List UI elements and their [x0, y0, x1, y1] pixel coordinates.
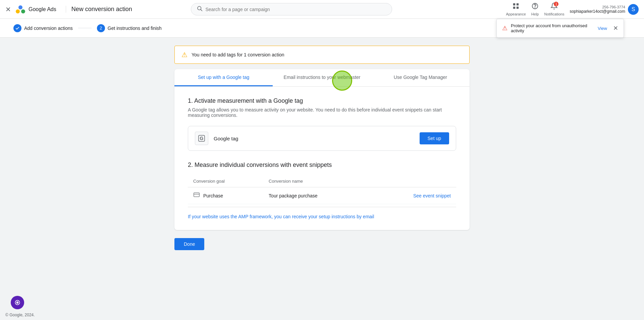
tab-tag-manager[interactable]: Use Google Tag Manager — [371, 69, 470, 86]
google-ads-logo: Google Ads — [15, 4, 56, 15]
col-name: Conversion name — [263, 175, 370, 187]
conversion-name-cell: Tour package purchase — [263, 187, 370, 204]
page-title: New conversion action — [66, 6, 132, 13]
section1-title: 1. Activate measurement with a Google ta… — [188, 97, 456, 104]
svg-rect-7 — [513, 7, 515, 9]
see-event-snippet-link[interactable]: See event snippet — [370, 187, 456, 204]
svg-rect-8 — [517, 7, 519, 9]
notification-message: Protect your account from unauthorised a… — [511, 23, 593, 33]
goal-value: Purchase — [203, 193, 223, 198]
step-1[interactable]: Add conversion actions — [8, 24, 78, 32]
amp-section: If your website uses the AMP framework, … — [188, 207, 456, 219]
warning-message: You need to add tags for 1 conversion ac… — [192, 52, 284, 57]
svg-point-15 — [16, 302, 19, 304]
google-tag-label: Google tag — [214, 136, 414, 141]
main-content: ⚠ You need to add tags for 1 conversion … — [0, 38, 644, 258]
user-email: sophiaparker14oct@gmail.com — [570, 9, 625, 14]
setup-tabs: Set up with a Google tag Email instructi… — [174, 69, 470, 87]
purchase-icon — [193, 191, 200, 200]
notifications-label: Notifications — [544, 12, 564, 16]
appearance-label: Appearance — [506, 12, 526, 16]
svg-rect-5 — [513, 3, 515, 5]
user-phone: 256-796-3774 — [570, 5, 625, 9]
goal-cell: Purchase — [188, 187, 263, 204]
google-tag-icon: G — [195, 132, 208, 145]
step-2[interactable]: 2 Get instructions and finish — [92, 24, 167, 32]
setup-card: Set up with a Google tag Email instructi… — [174, 69, 470, 230]
user-avatar[interactable]: S — [628, 4, 639, 15]
notifications-button[interactable]: 1 Notifications — [544, 2, 564, 16]
done-section: Done — [174, 238, 470, 250]
svg-rect-6 — [517, 3, 519, 5]
step-2-circle: 2 — [97, 24, 105, 32]
amp-link[interactable]: If your website uses the AMP framework, … — [188, 214, 374, 219]
col-goal: Conversion goal — [188, 175, 263, 187]
done-button[interactable]: Done — [174, 238, 204, 250]
step-1-circle — [13, 24, 21, 32]
section2-title: 2. Measure individual conversions with e… — [188, 162, 456, 169]
security-notification-banner: ⚠ Protect your account from unauthorised… — [496, 19, 624, 38]
search-input[interactable] — [205, 7, 386, 12]
notification-view-link[interactable]: View — [598, 26, 607, 31]
google-tag-row: G Google tag Set up — [188, 126, 456, 151]
svg-point-2 — [18, 5, 22, 9]
warning-circle-icon: ⚠ — [502, 25, 507, 32]
help-button[interactable]: Help — [531, 2, 539, 16]
help-label: Help — [531, 12, 539, 16]
appearance-icon — [512, 2, 520, 11]
setup-button[interactable]: Set up — [420, 132, 449, 144]
tags-warning-banner: ⚠ You need to add tags for 1 conversion … — [174, 46, 470, 64]
step-1-label: Add conversion actions — [24, 26, 73, 31]
google-ads-label: Google Ads — [29, 6, 56, 12]
svg-point-10 — [535, 7, 535, 8]
top-navigation: ✕ Google Ads New conversion action Appea… — [0, 0, 644, 19]
step-2-label: Get instructions and finish — [108, 26, 162, 31]
support-chat-bubble[interactable] — [11, 296, 24, 309]
table-row: Purchase Tour package purchase See event… — [188, 187, 456, 204]
tab-google-tag[interactable]: Set up with a Google tag — [174, 69, 273, 86]
user-info[interactable]: 256-796-3774 sophiaparker14oct@gmail.com… — [570, 4, 639, 15]
section1-description: A Google tag allows you to measure activ… — [188, 107, 456, 118]
footer: © Google, 2024. — [5, 312, 35, 317]
footer-text: © Google, 2024. — [5, 313, 35, 317]
svg-point-1 — [21, 9, 25, 13]
search-icon — [197, 5, 203, 13]
nav-actions: Appearance Help 1 Notifications 256-796-… — [506, 2, 639, 16]
notification-close-button[interactable]: ✕ — [613, 25, 618, 32]
card-body: 1. Activate measurement with a Google ta… — [174, 87, 470, 230]
tab-email-webmaster[interactable]: Email instructions to your webmaster — [273, 69, 371, 86]
svg-text:G: G — [200, 136, 204, 141]
appearance-button[interactable]: Appearance — [506, 2, 526, 16]
step-divider — [78, 28, 92, 28]
svg-line-4 — [201, 9, 202, 11]
notifications-icon: 1 — [550, 2, 558, 11]
help-icon — [531, 2, 539, 11]
svg-rect-13 — [194, 193, 200, 197]
warning-triangle-icon: ⚠ — [181, 51, 187, 59]
conversions-table: Conversion goal Conversion name — [188, 175, 456, 204]
close-button[interactable]: ✕ — [5, 5, 11, 13]
svg-point-0 — [16, 9, 20, 13]
search-bar[interactable] — [191, 3, 392, 15]
